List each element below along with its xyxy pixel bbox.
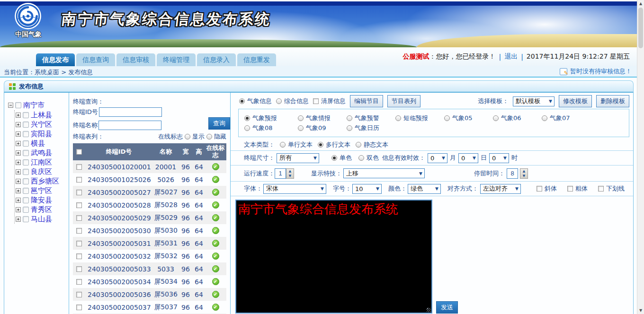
tree-item-checkbox[interactable]	[23, 197, 29, 203]
expand-icon[interactable]	[16, 113, 21, 118]
text-type-radio[interactable]	[356, 142, 361, 148]
info-type-radio[interactable]	[239, 98, 245, 104]
nav-tab-audit[interactable]: 信息审核	[116, 53, 155, 66]
tree-item[interactable]: 良庆区	[15, 167, 69, 176]
style-checkbox[interactable]	[537, 186, 542, 192]
tree-item-checkbox[interactable]	[23, 122, 29, 128]
tree-item[interactable]: 隆安县	[15, 195, 69, 205]
terminal-name-input[interactable]	[98, 121, 161, 130]
tree-item-checkbox[interactable]	[23, 131, 29, 137]
logout-link[interactable]: 退出	[504, 52, 518, 61]
expand-icon[interactable]	[16, 131, 21, 137]
tree-item-checkbox[interactable]	[23, 112, 29, 118]
edit-program-button[interactable]: 编辑节目	[350, 95, 383, 107]
tree-root[interactable]: 南宁市	[8, 100, 69, 110]
stay-time-input[interactable]	[507, 168, 518, 179]
tree-item[interactable]: 马山县	[15, 214, 69, 224]
align-select[interactable]: 左边对齐▼	[480, 184, 521, 194]
program-list-button[interactable]: 节目表列	[387, 95, 420, 107]
tree-item[interactable]: 武鸣县	[15, 148, 69, 157]
resize-grip[interactable]	[427, 308, 431, 312]
row-checkbox[interactable]	[76, 266, 82, 272]
select-all-checkbox[interactable]	[76, 149, 82, 155]
expand-icon[interactable]	[16, 160, 21, 165]
scroll-down-icon[interactable]: ▼	[637, 308, 644, 313]
category-radio[interactable]	[298, 115, 304, 121]
send-button[interactable]: 发送	[436, 301, 458, 314]
delete-template-button[interactable]: 删除模板	[596, 95, 629, 107]
vertical-scrollbar[interactable]: ▲ ▼	[637, 0, 644, 314]
font-select[interactable]: 宋体▼	[263, 184, 326, 194]
row-checkbox[interactable]	[76, 305, 82, 310]
tree-item[interactable]: 青秀区	[15, 205, 69, 214]
expand-icon[interactable]	[16, 198, 21, 203]
row-checkbox[interactable]	[76, 202, 82, 208]
validity-month-select[interactable]: 0▼	[428, 153, 447, 163]
category-radio[interactable]	[298, 125, 304, 131]
category-radio[interactable]	[444, 115, 450, 121]
tree-root-checkbox[interactable]	[15, 102, 21, 108]
message-preview-textarea[interactable]: 南宁市气象综合信息发布系统	[235, 200, 432, 314]
stay-time-stepper[interactable]: ▲▼	[520, 168, 528, 179]
run-speed-stepper[interactable]: ▲▼	[286, 168, 294, 179]
modify-template-button[interactable]: 修改模板	[559, 95, 592, 107]
template-select[interactable]: 默认模板▼	[513, 96, 555, 106]
row-checkbox[interactable]	[76, 215, 82, 221]
tree-item-checkbox[interactable]	[23, 140, 29, 147]
tree-item-checkbox[interactable]	[23, 216, 29, 222]
font-size-select[interactable]: 10▼	[352, 184, 382, 194]
row-checkbox[interactable]	[76, 253, 82, 259]
category-radio[interactable]	[493, 115, 499, 121]
category-radio[interactable]	[244, 125, 250, 131]
nav-tab-resend[interactable]: 信息重发	[237, 53, 276, 66]
category-radio[interactable]	[244, 115, 250, 121]
tree-item[interactable]: 邕宁区	[15, 186, 69, 195]
color-mode-radio[interactable]	[331, 155, 337, 161]
tree-item[interactable]: 江南区	[15, 157, 69, 167]
terminal-id-input[interactable]	[99, 107, 162, 117]
tree-item-checkbox[interactable]	[23, 188, 29, 194]
color-select[interactable]: 绿色▼	[408, 184, 441, 194]
nav-tab-terminal[interactable]: 终端管理	[157, 53, 196, 66]
effect-select[interactable]: 上移▼	[343, 168, 425, 178]
tree-item[interactable]: 宾阳县	[15, 129, 69, 139]
row-checkbox[interactable]	[76, 177, 82, 183]
text-type-radio[interactable]	[280, 142, 286, 148]
row-checkbox[interactable]	[76, 228, 82, 234]
collapse-icon[interactable]	[8, 103, 13, 108]
row-checkbox[interactable]	[76, 190, 82, 195]
expand-icon[interactable]	[16, 169, 21, 174]
nav-tab-query[interactable]: 信息查询	[76, 53, 115, 66]
tree-item-checkbox[interactable]	[23, 178, 29, 184]
info-type-radio[interactable]	[276, 98, 282, 104]
text-type-radio[interactable]	[318, 142, 323, 148]
row-checkbox[interactable]	[76, 279, 82, 285]
validity-day-select[interactable]: 0▼	[458, 153, 478, 163]
row-checkbox[interactable]	[76, 164, 82, 170]
expand-icon[interactable]	[16, 207, 21, 212]
validity-hour-select[interactable]: 0▼	[489, 153, 509, 163]
expand-icon[interactable]	[16, 122, 21, 127]
nav-tab-publish[interactable]: 信息发布	[36, 53, 75, 66]
expand-icon[interactable]	[16, 217, 21, 222]
expand-icon[interactable]	[16, 188, 21, 193]
category-radio[interactable]	[395, 115, 401, 121]
tree-item-checkbox[interactable]	[23, 150, 29, 156]
tree-item[interactable]: 横县	[15, 139, 69, 148]
style-checkbox[interactable]	[567, 186, 573, 192]
row-checkbox[interactable]	[76, 292, 82, 297]
expand-icon[interactable]	[16, 179, 21, 184]
tree-item[interactable]: 上林县	[15, 110, 69, 120]
terminal-size-select[interactable]: 所有▼	[277, 153, 319, 163]
style-checkbox[interactable]	[598, 186, 604, 192]
run-speed-input[interactable]	[275, 168, 286, 179]
clear-screen-checkbox[interactable]	[313, 98, 319, 104]
online-flag-radio[interactable]	[185, 134, 190, 140]
tree-item[interactable]: 兴宁区	[15, 120, 69, 129]
tree-item-checkbox[interactable]	[23, 169, 29, 175]
category-radio[interactable]	[542, 115, 547, 121]
row-checkbox[interactable]	[76, 241, 82, 246]
scrollbar-thumb[interactable]	[638, 8, 643, 48]
expand-icon[interactable]	[16, 150, 21, 156]
online-flag-radio[interactable]	[206, 134, 212, 140]
